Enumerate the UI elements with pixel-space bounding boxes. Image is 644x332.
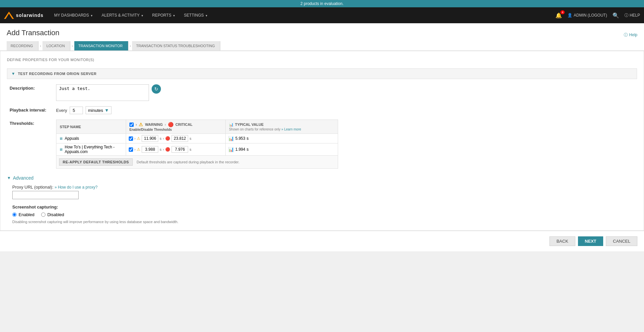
section-title: TEST RECORDING FROM ORION SERVER	[18, 72, 97, 76]
proxy-url-input[interactable]	[12, 191, 79, 199]
re-apply-row: RE-APPLY DEFAULT THRESHOLDS Default thre…	[56, 156, 338, 169]
content-wrapper: Add Transaction ⓘ Help RECORDING › LOCAT…	[0, 23, 644, 321]
nav-settings[interactable]: SETTINGS	[180, 7, 212, 23]
screenshot-label: Screenshot capturing:	[12, 205, 632, 209]
breadcrumb-troubleshooting[interactable]: TRANSACTION STATUS TROUBLESHOOTING	[132, 41, 220, 50]
description-input[interactable]: Just a test.	[56, 84, 149, 101]
breadcrumb: RECORDING › LOCATION › TRANSACTION MONIT…	[7, 41, 637, 50]
help-button[interactable]: ⓘ HELP	[624, 13, 640, 18]
nav-my-dashboards[interactable]: MY DASHBOARDS	[50, 7, 97, 23]
notification-count: 4	[560, 10, 565, 14]
collapse-icon: ▼	[7, 176, 11, 180]
col-typical-header: 📊 TYPICAL VALUE Shown on charts for refe…	[226, 120, 338, 134]
chevron-down-icon	[173, 13, 175, 18]
thresholds-label: Thresholds:	[10, 120, 56, 126]
table-row: 🖥 How To's | Everything Tech - Appuals.c…	[56, 143, 338, 156]
row1-critical-input[interactable]	[172, 135, 188, 142]
notification-bell[interactable]: 🔔 4	[555, 12, 562, 19]
description-label: Description:	[10, 84, 56, 91]
advanced-toggle[interactable]: ▼ Advanced	[7, 175, 637, 181]
chevron-down-icon	[141, 13, 144, 18]
disabled-radio[interactable]	[41, 212, 45, 217]
typical-sub: Shown on charts for reference only » Lea…	[229, 127, 334, 131]
banner-text: 2 products in evaluation.	[300, 1, 343, 6]
proxy-label: Proxy URL (optional): » How do I use a p…	[12, 185, 632, 190]
breadcrumb-arrow: ›	[70, 44, 74, 48]
screenshot-radio-group: Enabled Disabled	[12, 212, 632, 217]
nav-items: MY DASHBOARDS ALERTS & ACTIVITY REPORTS …	[50, 7, 555, 23]
playback-unit-select[interactable]: minutes ▼	[86, 106, 111, 114]
warning-enable-checkbox[interactable]	[129, 123, 134, 127]
re-apply-button[interactable]: RE-APPLY DEFAULT THRESHOLDS	[59, 158, 133, 166]
nav-reports[interactable]: REPORTS	[148, 7, 179, 23]
playback-label: Playback interval:	[10, 106, 56, 113]
chevron-down-icon	[205, 13, 208, 18]
crit-icon: 🔴	[165, 136, 170, 141]
back-button[interactable]: BACK	[549, 236, 575, 246]
breadcrumb-transaction-monitor[interactable]: TRANSACTION MONITOR	[74, 41, 128, 50]
cancel-button[interactable]: CANCEL	[606, 236, 637, 246]
row2-enable-checkbox[interactable]	[129, 147, 133, 152]
warning-icon: ⚠	[139, 122, 143, 127]
row2-critical-input[interactable]	[172, 146, 188, 153]
breadcrumb-recording[interactable]: RECORDING	[7, 41, 38, 50]
breadcrumb-arrow: ›	[128, 44, 132, 48]
enabled-radio[interactable]	[12, 212, 17, 217]
nav-right: 🔔 4 👤 ADMIN (LOGOUT) 🔍 ⓘ HELP	[555, 12, 640, 19]
learn-more-link[interactable]: » Learn more	[281, 127, 301, 131]
dropdown-icon: ▼	[105, 108, 109, 113]
playback-number-input[interactable]	[70, 107, 83, 114]
table-row: 🖥 Appuals › ⚠ s	[56, 134, 338, 143]
playback-control: Every minutes ▼	[56, 106, 634, 114]
warning-critical-cell-2: › ⚠ s › 🔴 s	[126, 143, 226, 156]
step-icon: 🖥	[59, 136, 63, 140]
advanced-label: Advanced	[13, 175, 34, 181]
refresh-button[interactable]: ↻	[152, 84, 161, 94]
breadcrumb-arrow: ›	[38, 44, 42, 48]
footer-buttons: BACK NEXT CANCEL	[0, 231, 644, 251]
main-navbar: solarwinds MY DASHBOARDS ALERTS & ACTIVI…	[0, 7, 644, 23]
test-recording-section[interactable]: ▼ TEST RECORDING FROM ORION SERVER	[7, 68, 637, 79]
row1-enable-checkbox[interactable]	[129, 136, 133, 141]
main-content: DEFINE PROPERTIES FOR YOUR MONITOR(S) ▼ …	[0, 51, 644, 231]
row1-warning-input[interactable]	[142, 135, 158, 142]
critical-icon: 🔴	[168, 122, 174, 127]
next-button[interactable]: NEXT	[578, 236, 604, 246]
warn-icon: ⚠	[137, 147, 140, 152]
advanced-content: Proxy URL (optional): » How do I use a p…	[7, 185, 637, 224]
step-name-cell-2: 🖥 How To's | Everything Tech - Appuals.c…	[56, 143, 126, 156]
thresholds-row: Thresholds: STEP NAME › ⚠	[7, 120, 637, 169]
col-warning-header: › ⚠ WARNING › 🔴 CRITICAL Enable/Disable …	[126, 120, 226, 134]
typical-cell-1: 📊 5.953 s	[226, 134, 338, 143]
help-link[interactable]: ⓘ Help	[624, 32, 637, 38]
disabled-option[interactable]: Disabled	[41, 212, 64, 217]
crit-icon: 🔴	[165, 147, 170, 152]
page-title: Add Transaction	[7, 29, 59, 41]
collapse-icon: ▼	[11, 71, 15, 76]
typical-chart-icon: 📊	[228, 147, 234, 152]
admin-menu[interactable]: 👤 ADMIN (LOGOUT)	[567, 13, 607, 18]
playback-row: Playback interval: Every minutes ▼	[7, 106, 637, 114]
row2-warning-input[interactable]	[142, 146, 158, 153]
warning-critical-cell-1: › ⚠ s › 🔴 s	[126, 134, 226, 143]
nav-alerts-activity[interactable]: ALERTS & ACTIVITY	[98, 7, 147, 23]
description-row: Description: Just a test. ↻	[7, 84, 637, 101]
breadcrumb-location[interactable]: LOCATION	[42, 41, 70, 50]
solarwinds-logo-icon	[4, 12, 14, 19]
thresholds-control: STEP NAME › ⚠ WARNING › 🔴	[56, 120, 634, 169]
evaluation-banner: 2 products in evaluation.	[0, 0, 644, 7]
brand-logo[interactable]: solarwinds	[4, 12, 43, 19]
typical-cell-2: 📊 1.994 s	[226, 143, 338, 156]
enabled-option[interactable]: Enabled	[12, 212, 35, 217]
brand-logo-area: solarwinds	[4, 12, 43, 19]
page-header: Add Transaction ⓘ Help RECORDING › LOCAT…	[0, 23, 644, 51]
step-name-cell-1: 🖥 Appuals	[56, 134, 126, 143]
proxy-link[interactable]: » How do I use a proxy?	[54, 185, 97, 190]
chart-icon: 📊	[229, 123, 234, 127]
step-icon: 🖥	[59, 147, 63, 151]
enable-disable-label: Enable/Disable Thresholds	[129, 128, 222, 131]
watermark-area: APPUALS	[0, 321, 644, 332]
search-button[interactable]: 🔍	[612, 12, 619, 19]
warn-icon: ⚠	[137, 136, 140, 141]
advanced-section: ▼ Advanced Proxy URL (optional): » How d…	[7, 175, 637, 224]
